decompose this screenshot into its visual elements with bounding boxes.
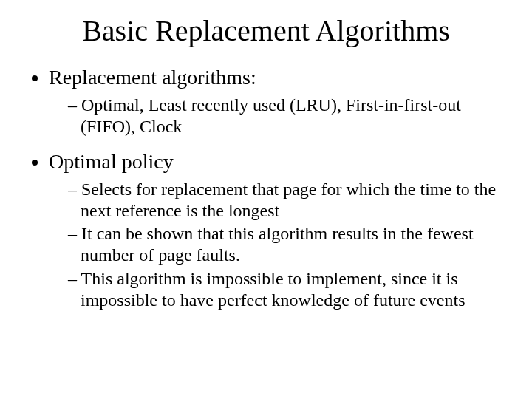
bullet-item: Replacement algorithms: Optimal, Least r… <box>49 64 510 138</box>
slide-title: Basic Replacement Algorithms <box>22 13 510 48</box>
sub-bullet-list: Optimal, Least recently used (LRU), Firs… <box>49 95 510 138</box>
bullet-list: Replacement algorithms: Optimal, Least r… <box>22 64 510 311</box>
bullet-text: Replacement algorithms: <box>49 66 256 89</box>
sub-bullet-item: Optimal, Least recently used (LRU), Firs… <box>68 95 510 138</box>
sub-bullet-item: It can be shown that this algorithm resu… <box>68 223 510 267</box>
sub-bullet-list: Selects for replacement that page for wh… <box>49 179 510 312</box>
sub-bullet-item: Selects for replacement that page for wh… <box>68 179 510 222</box>
sub-bullet-item: This algorithm is impossible to implemen… <box>68 268 510 312</box>
bullet-text: Optimal policy <box>49 150 174 173</box>
slide: Basic Replacement Algorithms Replacement… <box>0 0 532 399</box>
bullet-item: Optimal policy Selects for replacement t… <box>49 149 510 312</box>
